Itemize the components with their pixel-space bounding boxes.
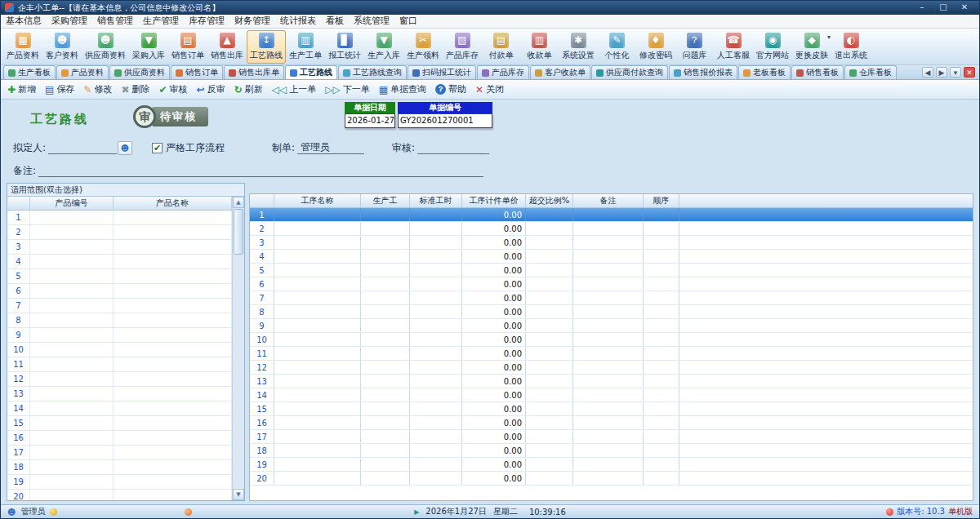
tab-sales-out-doc[interactable]: 销售出库单 xyxy=(224,65,284,79)
drafter-input[interactable] xyxy=(48,141,117,154)
official-website-button[interactable]: ◉官方网站 xyxy=(753,30,792,64)
process-row[interactable]: 100.00 xyxy=(250,333,973,347)
customer-service-button[interactable]: ☎人工客服 xyxy=(714,30,753,64)
tab-sales-order[interactable]: 销售订单 xyxy=(171,65,223,79)
sales-order-button[interactable]: ▤销售订单 xyxy=(168,30,207,64)
menu-item[interactable]: 财务管理 xyxy=(229,15,275,28)
process-row[interactable]: 80.00 xyxy=(250,305,973,319)
help-button[interactable]: ？帮助 xyxy=(435,83,466,95)
save-button[interactable]: ▤保存 xyxy=(45,83,74,95)
tab-sales-quote-report[interactable]: 销售报价报表 xyxy=(669,65,737,79)
receipt-doc-button[interactable]: ▥收款单 xyxy=(520,30,559,64)
product-row[interactable]: 10 xyxy=(7,343,232,357)
scroll-thumb[interactable] xyxy=(234,209,243,255)
tab-close-icon[interactable]: ✕ xyxy=(964,67,975,78)
drafter-picker-button[interactable]: ☻ xyxy=(118,141,132,155)
menu-item[interactable]: 窗口 xyxy=(394,15,422,28)
product-data-button[interactable]: ▦产品资料 xyxy=(3,30,42,64)
product-row[interactable]: 1 xyxy=(7,211,232,225)
payment-doc-button[interactable]: ▤付款单 xyxy=(482,30,520,64)
process-row[interactable]: 50.00 xyxy=(250,264,973,277)
menu-item[interactable]: 采购管理 xyxy=(47,15,92,28)
process-route-button[interactable]: ↕工艺路线 xyxy=(247,30,286,64)
process-row[interactable]: 110.00 xyxy=(250,347,973,361)
purchase-in-button[interactable]: ▼采购入库 xyxy=(129,30,168,64)
left-scrollbar[interactable]: ▲ ▼ xyxy=(232,197,244,500)
product-row[interactable]: 16 xyxy=(7,431,232,446)
menu-item[interactable]: 系统管理 xyxy=(349,15,394,28)
product-row[interactable]: 15 xyxy=(7,416,232,431)
tab-scroll-right-icon[interactable]: ▶ xyxy=(936,67,947,78)
tab-boss-board[interactable]: 老板看板 xyxy=(738,65,791,79)
process-row[interactable]: 40.00 xyxy=(250,250,973,264)
change-skin-button[interactable]: ◆更换皮肤▾ xyxy=(792,30,831,64)
customer-data-button[interactable]: ☻客户资料 xyxy=(42,30,82,64)
menu-item[interactable]: 基本信息 xyxy=(1,15,47,28)
new-button[interactable]: ✚新增 xyxy=(7,83,36,95)
product-row[interactable]: 13 xyxy=(7,387,232,401)
product-row[interactable]: 5 xyxy=(7,269,232,284)
refresh-button[interactable]: ↻刷新 xyxy=(234,83,263,95)
close-button[interactable]: ✕ xyxy=(954,2,975,14)
menu-item[interactable]: 销售管理 xyxy=(92,15,138,28)
production-in-button[interactable]: ▼生产入库 xyxy=(364,30,403,64)
delete-button[interactable]: ✖删除 xyxy=(121,83,149,95)
tab-product-stock[interactable]: 产品库存 xyxy=(477,65,529,79)
process-row[interactable]: 140.00 xyxy=(250,388,973,402)
product-row[interactable]: 9 xyxy=(7,328,232,343)
personalization-button[interactable]: ✎个性化 xyxy=(598,30,636,64)
process-row[interactable]: 20.00 xyxy=(250,222,973,236)
product-row[interactable]: 11 xyxy=(7,357,232,372)
minimize-button[interactable]: – xyxy=(911,2,933,14)
tab-production-board[interactable]: 生产看板 xyxy=(3,65,56,79)
process-row[interactable]: 30.00 xyxy=(250,236,973,250)
question-bank-button[interactable]: ？问题库 xyxy=(675,30,714,64)
maximize-button[interactable]: □ xyxy=(933,2,954,14)
menu-item[interactable]: 统计报表 xyxy=(275,15,321,28)
strict-flow-checkbox[interactable]: ✔ xyxy=(152,143,163,153)
process-row[interactable]: 160.00 xyxy=(250,416,973,430)
process-row[interactable]: 90.00 xyxy=(250,319,973,333)
remark-input[interactable] xyxy=(38,164,483,177)
tab-customer-receipt[interactable]: 客户收款单 xyxy=(530,65,590,79)
sales-out-button[interactable]: ▲销售出库 xyxy=(207,30,247,64)
supplier-data-button[interactable]: ☻供应商资料 xyxy=(82,30,129,64)
tab-warehouse-board[interactable]: 仓库看板 xyxy=(844,65,897,79)
tab-supplier-data[interactable]: 供应商资料 xyxy=(109,65,170,79)
product-row[interactable]: 19 xyxy=(7,475,232,490)
next-doc-button[interactable]: ▷▷下一单 xyxy=(325,83,369,95)
process-row[interactable]: 120.00 xyxy=(250,361,973,375)
scroll-down-icon[interactable]: ▼ xyxy=(233,489,244,500)
tab-list-icon[interactable]: ▾ xyxy=(950,67,961,78)
edit-button[interactable]: ✎修改 xyxy=(83,83,112,95)
tab-sales-board[interactable]: 销售看板 xyxy=(791,65,844,79)
product-row[interactable]: 3 xyxy=(7,240,232,255)
process-row[interactable]: 70.00 xyxy=(250,291,973,305)
close-doc-button[interactable]: ✕关闭 xyxy=(475,83,504,95)
tab-product-data[interactable]: 产品资料 xyxy=(56,65,109,79)
process-row[interactable]: 170.00 xyxy=(250,430,973,444)
system-settings-button[interactable]: ✱系统设置 xyxy=(559,30,598,64)
process-row[interactable]: 200.00 xyxy=(250,472,973,486)
production-order-button[interactable]: ▥生产工单 xyxy=(286,30,325,64)
menu-item[interactable]: 库存管理 xyxy=(184,15,229,28)
approve-button[interactable]: ✔审核 xyxy=(159,83,188,95)
process-row[interactable]: 130.00 xyxy=(250,375,973,388)
product-row[interactable]: 6 xyxy=(7,284,232,299)
product-row[interactable]: 14 xyxy=(7,401,232,416)
doc-query-button[interactable]: ▦单据查询 xyxy=(379,83,426,95)
tab-scroll-left-icon[interactable]: ◀ xyxy=(922,67,933,78)
scroll-up-icon[interactable]: ▲ xyxy=(233,197,244,208)
messenger-icon[interactable] xyxy=(50,508,57,516)
product-row[interactable]: 2 xyxy=(7,225,232,240)
process-row[interactable]: 180.00 xyxy=(250,444,973,458)
doc-date-value[interactable]: 2026-01-27 xyxy=(345,113,395,128)
doc-number-value[interactable]: GY202601270001 xyxy=(398,113,492,128)
product-stock-button[interactable]: ▧产品库存 xyxy=(443,30,482,64)
process-row[interactable]: 190.00 xyxy=(250,458,973,472)
prev-doc-button[interactable]: ◁◁上一单 xyxy=(272,83,316,95)
product-row[interactable]: 12 xyxy=(7,372,232,387)
product-row[interactable]: 20 xyxy=(7,490,232,500)
menu-item[interactable]: 生产管理 xyxy=(138,15,184,28)
tab-supplier-payment-query[interactable]: 供应商付款查询 xyxy=(591,65,668,79)
